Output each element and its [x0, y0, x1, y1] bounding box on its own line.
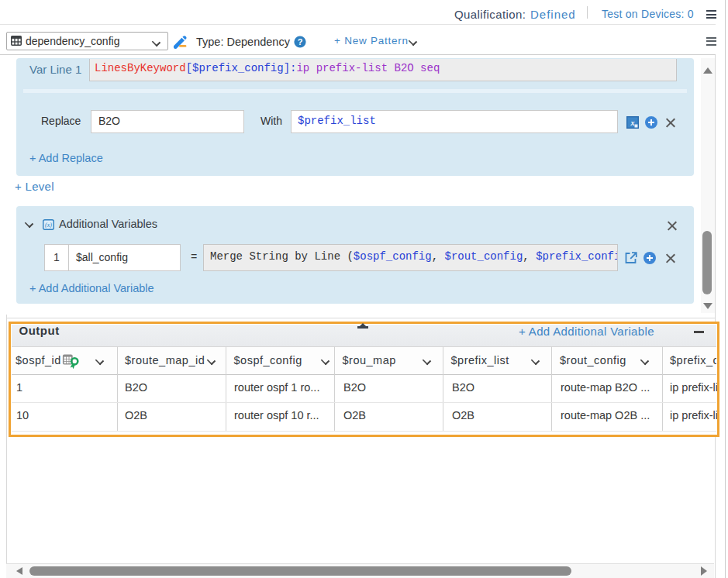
svg-text:x: x: [630, 119, 635, 127]
svg-text:?: ?: [298, 37, 303, 46]
svg-text:(x): (x): [45, 222, 52, 229]
